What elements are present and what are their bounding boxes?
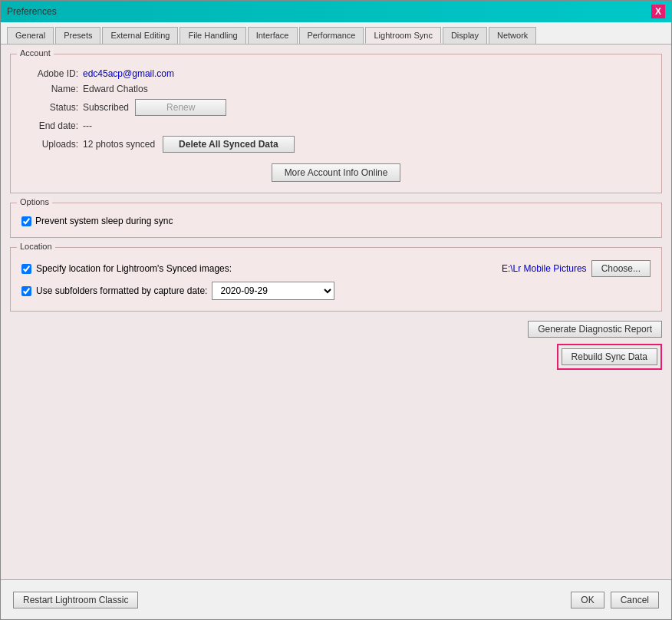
account-grid: Adobe ID: edc45acp@gmail.com Name: Edwar… <box>21 62 651 153</box>
name-label: Name: <box>21 84 83 94</box>
choose-button[interactable]: Choose... <box>591 260 651 277</box>
delete-synced-data-button[interactable]: Delete All Synced Data <box>163 136 295 153</box>
restart-button[interactable]: Restart Lightroom Classic <box>13 592 138 608</box>
prevent-sleep-checkbox[interactable] <box>21 216 31 226</box>
status-label: Status: <box>21 102 83 113</box>
preferences-dialog: Preferences X General Presets External E… <box>0 0 672 620</box>
ok-button[interactable]: OK <box>571 592 604 608</box>
options-section: Options Prevent system sleep during sync <box>10 203 662 238</box>
status-value: Subscribed <box>83 102 129 113</box>
dialog-title: Preferences <box>7 6 57 17</box>
uploads-value: 12 photos synced <box>83 139 155 150</box>
end-date-label: End date: <box>21 120 83 131</box>
tab-general[interactable]: General <box>7 27 54 44</box>
rebuild-row: Rebuild Sync Data <box>10 344 662 370</box>
footer: Restart Lightroom Classic OK Cancel <box>1 579 671 619</box>
tab-bar: General Presets External Editing File Ha… <box>1 22 671 45</box>
prevent-sleep-row: Prevent system sleep during sync <box>21 216 651 226</box>
footer-right: OK Cancel <box>571 592 659 608</box>
account-section-label: Account <box>17 48 54 58</box>
location-section: Location Specify location for Lightroom'… <box>10 247 662 312</box>
tab-external-editing[interactable]: External Editing <box>102 27 178 44</box>
options-section-label: Options <box>17 197 52 206</box>
adobe-id-value: edc45acp@gmail.com <box>83 68 651 79</box>
uploads-label: Uploads: <box>21 139 83 150</box>
bottom-buttons-row: Generate Diagnostic Report <box>10 321 662 338</box>
tab-lightroom-sync[interactable]: Lightroom Sync <box>365 27 440 44</box>
location-section-label: Location <box>17 242 55 251</box>
tab-network[interactable]: Network <box>489 27 536 44</box>
tab-presets[interactable]: Presets <box>55 27 100 44</box>
content-area: Account Adobe ID: edc45acp@gmail.com Nam… <box>1 45 671 579</box>
uploads-row: 12 photos synced Delete All Synced Data <box>83 136 651 153</box>
name-value: Edward Chatlos <box>83 84 651 94</box>
specify-location-row: Specify location for Lightroom's Synced … <box>21 260 651 277</box>
tab-interface[interactable]: Interface <box>248 27 298 44</box>
specify-location-checkbox[interactable] <box>21 264 31 274</box>
date-select[interactable]: 2020-09-29 <box>212 282 334 300</box>
use-subfolders-label: Use subfolders formatted by capture date… <box>36 285 207 296</box>
rebuild-wrapper: Rebuild Sync Data <box>557 344 662 370</box>
more-info-row: More Account Info Online <box>21 157 651 182</box>
status-row: Subscribed Renew <box>83 99 651 116</box>
subfolders-row: Use subfolders formatted by capture date… <box>21 282 651 300</box>
rebuild-sync-data-button[interactable]: Rebuild Sync Data <box>562 348 657 365</box>
adobe-id-label: Adobe ID: <box>21 68 83 79</box>
account-section: Account Adobe ID: edc45acp@gmail.com Nam… <box>10 54 662 193</box>
diagnostic-report-button[interactable]: Generate Diagnostic Report <box>528 321 662 338</box>
use-subfolders-checkbox[interactable] <box>21 286 31 296</box>
close-button[interactable]: X <box>651 5 665 18</box>
location-path: E:\Lr Mobile Pictures <box>236 263 587 274</box>
tab-performance[interactable]: Performance <box>299 27 364 44</box>
renew-button[interactable]: Renew <box>135 99 226 116</box>
specify-location-label: Specify location for Lightroom's Synced … <box>36 263 232 274</box>
tab-display[interactable]: Display <box>443 27 487 44</box>
cancel-button[interactable]: Cancel <box>611 592 659 608</box>
more-account-info-button[interactable]: More Account Info Online <box>272 163 401 182</box>
prevent-sleep-label: Prevent system sleep during sync <box>35 216 173 226</box>
end-date-value: --- <box>83 120 651 131</box>
tab-file-handling[interactable]: File Handling <box>180 27 245 44</box>
title-bar: Preferences X <box>1 1 671 22</box>
